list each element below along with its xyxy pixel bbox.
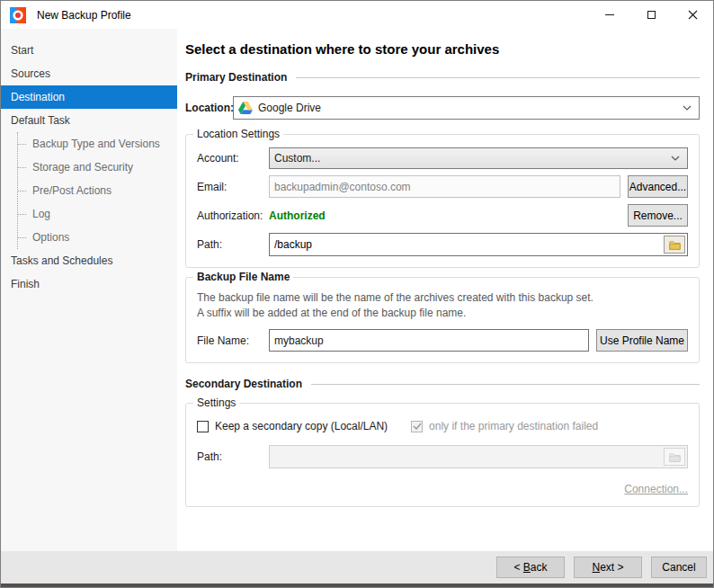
- browse-path-button[interactable]: [664, 236, 685, 254]
- back-button[interactable]: < Back: [496, 557, 565, 578]
- secondary-path-field-wrapper: [269, 445, 688, 468]
- email-row: Email: Advanced...: [197, 175, 688, 198]
- tree-branch-icon: [18, 237, 26, 238]
- sidebar-item-start[interactable]: Start: [1, 39, 177, 62]
- keep-secondary-copy-label[interactable]: Keep a secondary copy (Local/LAN): [215, 420, 388, 432]
- secondary-settings-group: Settings Keep a secondary copy (Local/LA…: [185, 403, 700, 507]
- chevron-down-icon: [671, 156, 680, 161]
- path-field-wrapper: [269, 233, 688, 256]
- backup-file-name-group-label: Backup File Name: [193, 271, 293, 283]
- location-settings-group-label: Location Settings: [193, 128, 283, 140]
- app-logo-icon: [10, 7, 26, 23]
- wizard-steps-sidebar: Start Sources Destination Default Task B…: [1, 29, 177, 553]
- minimize-icon: [605, 14, 614, 15]
- path-row: Path:: [197, 233, 688, 256]
- back-label-post: ack: [531, 561, 548, 574]
- location-row: Location: Google Drive: [185, 96, 700, 120]
- caption-buttons: [589, 1, 713, 29]
- cancel-button[interactable]: Cancel: [651, 557, 707, 578]
- primary-destination-section-header: Primary Destination: [185, 71, 700, 84]
- sidebar-item-destination[interactable]: Destination: [1, 85, 177, 109]
- wizard-footer: < Back Next > Cancel: [1, 551, 713, 584]
- sidebar-item-label: Log: [32, 208, 50, 220]
- email-field: [269, 175, 620, 198]
- authorization-status: Authorized: [269, 209, 620, 222]
- back-label-pre: <: [513, 561, 522, 574]
- file-name-row: File Name: Use Profile Name: [197, 329, 688, 352]
- connection-link: Connection...: [624, 483, 688, 495]
- description-line-1: The backup file name will be the name of…: [197, 290, 688, 306]
- back-label-key: B: [523, 561, 531, 574]
- sidebar-item-finish[interactable]: Finish: [1, 272, 177, 296]
- sidebar-item-sources[interactable]: Sources: [1, 62, 177, 85]
- sidebar-item-label: Pre/Post Actions: [32, 184, 112, 197]
- account-selected-value: Custom...: [274, 152, 671, 165]
- sidebar-item-pre-post-actions[interactable]: Pre/Post Actions: [18, 179, 177, 202]
- account-label: Account:: [197, 152, 269, 165]
- use-profile-name-button[interactable]: Use Profile Name: [596, 329, 688, 352]
- primary-destination-title: Primary Destination: [185, 71, 287, 84]
- next-label-key: N: [592, 561, 600, 574]
- sidebar-item-storage-and-security[interactable]: Storage and Security: [18, 156, 177, 179]
- backup-file-name-group: Backup File Name The backup file name wi…: [185, 277, 700, 363]
- email-label: Email:: [197, 181, 269, 193]
- remove-button[interactable]: Remove...: [628, 204, 688, 227]
- sidebar-item-tasks-and-schedules[interactable]: Tasks and Schedules: [1, 249, 177, 272]
- sidebar-item-label: Storage and Security: [32, 161, 133, 174]
- location-settings-group: Location Settings Account: Custom... Ema…: [185, 134, 700, 268]
- sidebar-item-backup-type-and-versions[interactable]: Backup Type and Versions: [18, 132, 177, 156]
- sidebar-item-label: Backup Type and Versions: [32, 138, 160, 150]
- page-title: Select a destination where to store your…: [185, 41, 700, 57]
- secondary-path-label: Path:: [197, 450, 269, 463]
- location-label: Location:: [185, 102, 233, 114]
- title-bar: New Backup Profile: [1, 1, 713, 29]
- folder-icon: [669, 240, 681, 250]
- close-icon: [688, 10, 698, 20]
- authorization-row: Authorization: Authorized Remove...: [197, 204, 688, 227]
- window-bottom-edge: [1, 584, 713, 587]
- tree-branch-icon: [18, 144, 26, 145]
- account-dropdown[interactable]: Custom...: [269, 147, 688, 169]
- sidebar-item-label: Options: [32, 231, 69, 244]
- destination-page: Select a destination where to store your…: [177, 29, 713, 553]
- maximize-icon: [647, 11, 656, 19]
- file-name-field[interactable]: [269, 329, 589, 352]
- folder-icon: [669, 452, 681, 462]
- browse-secondary-path-button: [664, 448, 685, 466]
- check-icon: [413, 423, 422, 430]
- new-backup-profile-dialog: New Backup Profile Start Sources Destina…: [0, 0, 714, 588]
- section-divider: [311, 384, 700, 385]
- advanced-button[interactable]: Advanced...: [628, 175, 688, 198]
- location-dropdown[interactable]: Google Drive: [233, 96, 700, 120]
- tree-branch-icon: [18, 214, 26, 215]
- sidebar-item-log[interactable]: Log: [18, 202, 177, 226]
- only-if-failed-checkbox: [411, 421, 423, 432]
- secondary-path-field: [272, 448, 664, 466]
- default-task-subtree: Backup Type and Versions Storage and Sec…: [17, 132, 177, 249]
- chevron-down-icon: [683, 105, 692, 111]
- path-field[interactable]: [272, 236, 664, 254]
- location-selected-value: Google Drive: [258, 102, 683, 114]
- account-row: Account: Custom...: [197, 147, 688, 169]
- backup-file-name-description: The backup file name will be the name of…: [197, 290, 688, 321]
- section-divider: [296, 77, 700, 78]
- next-button[interactable]: Next >: [574, 557, 642, 578]
- secondary-path-row: Path:: [197, 445, 688, 468]
- settings-group-label: Settings: [193, 396, 239, 409]
- authorization-label: Authorization:: [197, 209, 269, 222]
- sidebar-item-options[interactable]: Options: [18, 226, 177, 249]
- only-if-failed-label: only if the primary destination failed: [429, 420, 598, 432]
- secondary-copy-checkbox-row: Keep a secondary copy (Local/LAN) only i…: [197, 420, 688, 432]
- tree-branch-icon: [18, 167, 26, 168]
- next-label-post: ext >: [600, 561, 623, 574]
- google-drive-icon: [238, 102, 253, 114]
- keep-secondary-copy-checkbox[interactable]: [197, 421, 209, 432]
- path-label: Path:: [197, 238, 269, 251]
- minimize-button[interactable]: [589, 1, 630, 29]
- sidebar-item-default-task[interactable]: Default Task: [1, 109, 177, 132]
- maximize-button[interactable]: [630, 1, 672, 29]
- window-title: New Backup Profile: [37, 9, 131, 22]
- file-name-label: File Name:: [197, 334, 269, 347]
- close-button[interactable]: [672, 1, 713, 29]
- tree-branch-icon: [18, 191, 26, 192]
